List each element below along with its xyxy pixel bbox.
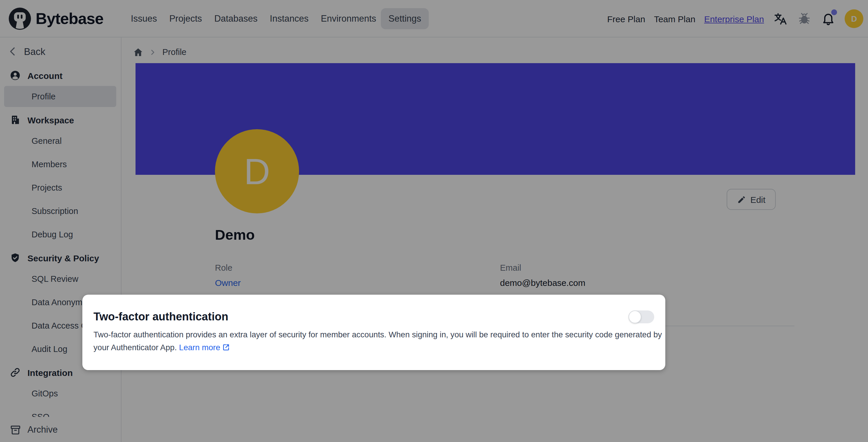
app-window: Bytebase Issues Projects Databases Insta… [0, 0, 868, 442]
external-link-icon [222, 343, 230, 351]
two-factor-title: Two-factor authentication [93, 311, 228, 323]
learn-more-link[interactable]: Learn more [179, 343, 230, 352]
two-factor-description: Two-factor authentication provides an ex… [93, 329, 663, 354]
two-factor-toggle[interactable] [628, 311, 654, 323]
dim-overlay[interactable] [0, 0, 868, 442]
toggle-knob [628, 311, 641, 323]
two-factor-card: Two-factor authentication Two-factor aut… [82, 295, 665, 370]
description-text: Two-factor authentication provides an ex… [93, 330, 662, 352]
learn-more-label: Learn more [179, 343, 220, 352]
